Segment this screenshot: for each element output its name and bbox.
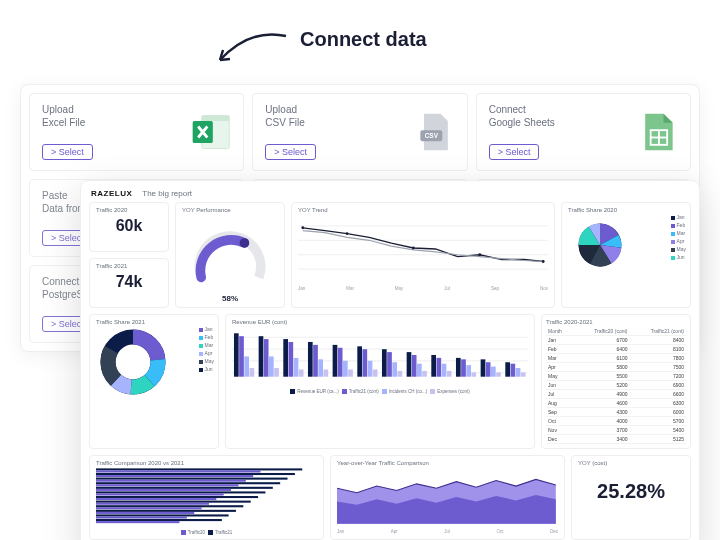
svg-rect-52 [373, 369, 378, 376]
svg-rect-63 [442, 364, 447, 377]
card-title: Traffic 2021 [96, 263, 162, 269]
arrow-icon [210, 30, 290, 70]
stat-card-traffic-2021: Traffic 2021 74k [89, 258, 169, 308]
card-title: Traffic 2020-2021 [546, 319, 686, 325]
stat-value: 60k [96, 217, 162, 235]
svg-rect-86 [96, 489, 231, 491]
table-row: Apr58007500 [546, 363, 686, 372]
legend: Traffic20 Traffic21 [96, 530, 317, 535]
svg-rect-38 [288, 342, 293, 377]
legend: Revenue EUR (ca...) Traffic21 (cont) Inc… [232, 389, 528, 394]
svg-rect-31 [244, 356, 249, 376]
svg-rect-35 [269, 356, 274, 376]
select-button[interactable]: > Select [489, 144, 540, 160]
svg-rect-51 [368, 361, 373, 377]
legend: Jan Feb Mar Apr May Jun [671, 213, 686, 261]
csv-file-icon: CSV [413, 110, 457, 154]
svg-rect-77 [96, 468, 302, 470]
chart-card-yoy-trend: YOY Trend JanMarMayJulSepNov [291, 202, 555, 308]
svg-rect-66 [461, 359, 466, 376]
datasource-card-excel: UploadExcel File > Select [29, 93, 244, 171]
datasource-card-sheets: ConnectGoogle Sheets > Select [476, 93, 691, 171]
chart-card-share-2021: Traffic Share 2021 Jan Feb Mar Apr May J… [89, 314, 219, 449]
svg-rect-93 [96, 505, 243, 507]
svg-rect-45 [333, 345, 338, 377]
svg-rect-42 [313, 345, 318, 377]
svg-rect-60 [422, 371, 427, 377]
table-row: Feb64008100 [546, 345, 686, 354]
svg-rect-94 [96, 507, 202, 509]
google-sheets-icon [636, 110, 680, 154]
svg-rect-1 [202, 116, 230, 122]
svg-rect-55 [392, 362, 397, 376]
card-title: Traffic Share 2020 [568, 207, 684, 213]
svg-rect-99 [96, 519, 222, 521]
axis-labels: JanMarMayJulSepNov [298, 286, 548, 291]
table-row: Mar61007800 [546, 354, 686, 363]
table-row: Sep43006000 [546, 408, 686, 417]
stat-value: 25.28% [578, 480, 684, 503]
svg-rect-64 [447, 371, 452, 377]
svg-rect-39 [294, 358, 299, 377]
card-title: Year-over-Year Traffic Comparison [337, 460, 558, 466]
svg-rect-90 [96, 498, 216, 500]
table-row: Oct40005700 [546, 417, 686, 426]
svg-rect-87 [96, 491, 265, 493]
svg-rect-41 [308, 342, 313, 377]
table-row: Aug46006300 [546, 399, 686, 408]
svg-rect-56 [398, 371, 403, 377]
svg-point-24 [108, 337, 158, 387]
svg-rect-47 [343, 361, 348, 377]
select-button[interactable]: > Select [265, 144, 316, 160]
stat-card-traffic-2020: Traffic 2020 60k [89, 202, 169, 252]
excel-icon [189, 110, 233, 154]
svg-rect-44 [324, 369, 329, 376]
svg-point-13 [301, 226, 304, 229]
svg-rect-72 [496, 372, 501, 376]
svg-rect-81 [96, 478, 288, 480]
chart-card-comparison: Traffic Comparison 2020 vs 2021 Traffic2… [89, 455, 324, 540]
table-row: Jun52006900 [546, 381, 686, 390]
traffic-table: Month Traffic20 (cont) Traffic21 (cont) … [546, 327, 686, 444]
axis-labels: JanAprJulOctDec [337, 529, 558, 534]
svg-rect-34 [264, 339, 269, 377]
card-title: Revenue EUR (cont) [232, 319, 528, 325]
svg-rect-53 [382, 349, 387, 376]
svg-rect-71 [491, 367, 496, 377]
svg-text:CSV: CSV [424, 132, 438, 139]
svg-rect-36 [274, 368, 279, 377]
horizontal-bar-chart [96, 468, 317, 524]
svg-rect-83 [96, 482, 280, 484]
card-title: YOY (cost) [578, 460, 684, 466]
svg-rect-62 [436, 358, 441, 377]
svg-point-14 [346, 232, 349, 235]
table-row: Dec34005125 [546, 435, 686, 444]
gauge-value: 58% [182, 294, 278, 303]
svg-rect-46 [338, 348, 343, 377]
svg-rect-33 [259, 336, 264, 377]
legend: Jan Feb Mar Apr May Jun [199, 325, 214, 373]
svg-rect-95 [96, 510, 236, 512]
svg-rect-76 [521, 372, 526, 376]
svg-rect-67 [466, 365, 471, 377]
svg-point-15 [412, 247, 415, 250]
table-row: Jan67008400 [546, 336, 686, 345]
svg-rect-32 [250, 368, 255, 377]
svg-rect-92 [96, 503, 209, 505]
table-row: Nov37005400 [546, 426, 686, 435]
gauge-card-yoy-performance: YOY Performance 58% [175, 202, 285, 308]
svg-rect-82 [96, 480, 246, 482]
svg-rect-100 [96, 521, 179, 523]
svg-rect-43 [318, 359, 323, 376]
svg-rect-30 [239, 336, 244, 377]
svg-rect-58 [412, 355, 417, 377]
card-title: YOY Performance [182, 207, 278, 213]
select-button[interactable]: > Select [42, 144, 93, 160]
pie-chart [570, 215, 630, 275]
svg-rect-98 [96, 516, 187, 518]
svg-point-16 [478, 253, 481, 256]
svg-rect-54 [387, 352, 392, 377]
dashboard-panel: RAZELUX The big report Traffic 2020 60k … [80, 180, 700, 540]
svg-rect-48 [348, 369, 353, 376]
svg-rect-69 [481, 359, 486, 376]
